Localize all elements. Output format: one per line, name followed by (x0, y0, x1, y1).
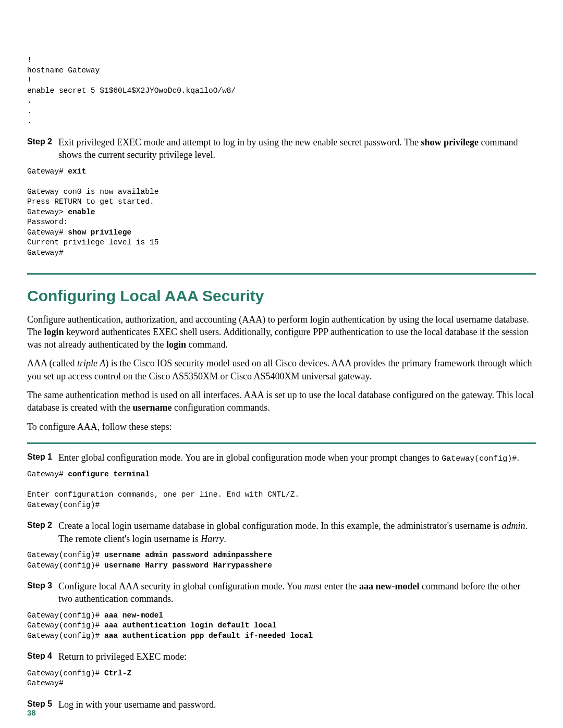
text: Exit privileged EXEC mode and attempt to… (58, 137, 421, 147)
code-prompt: Gateway# (27, 228, 68, 237)
code-command: show privilege (68, 228, 131, 237)
code-block-b3: Gateway(config)# aaa new-model Gateway(c… (27, 611, 536, 641)
code-prompt: Gateway> (27, 208, 68, 216)
steps-rule (27, 442, 536, 444)
text: . (224, 534, 226, 544)
step-label: Step 2 (27, 520, 58, 545)
text: keyword authenticates EXEC shell users. … (27, 327, 529, 350)
code-line: Gateway con0 is now available (27, 188, 158, 196)
code-command: aaa authentication ppp default if-needed… (104, 632, 313, 640)
text: The same authentication method is used o… (27, 390, 534, 413)
code-command: aaa authentication login default local (104, 621, 277, 630)
code-block-a2: Gateway# exit Gateway con0 is now availa… (27, 167, 536, 258)
code-line: Gateway# (27, 679, 64, 687)
step-body: Create a local login username database i… (58, 520, 536, 545)
code-command: exit (68, 167, 86, 176)
italic-text: admin (501, 521, 525, 531)
code-command: username Harry password Harrypasshere (104, 561, 272, 570)
text: Configure local AAA security in global c… (58, 581, 304, 591)
step-label: Step 4 (27, 650, 58, 663)
step-b4: Step 4 Return to privileged EXEC mode: (27, 650, 536, 663)
code-prompt: Gateway(config)# (27, 611, 104, 620)
code-prompt: Gateway(config)# (27, 632, 104, 640)
text: command. (186, 339, 228, 350)
code-block-b4: Gateway(config)# Ctrl-Z Gateway# (27, 669, 536, 689)
italic-text: Harry (201, 534, 224, 544)
step-body: Configure local AAA security in global c… (58, 580, 536, 606)
section-rule (27, 273, 536, 275)
step-label: Step 1 (27, 451, 58, 464)
text: . (517, 452, 519, 463)
code-prompt: Gateway# (27, 167, 68, 176)
text: Create a local login username database i… (58, 521, 501, 531)
paragraph-1: Configure authentication, authorization,… (27, 313, 536, 351)
code-line: Gateway# (27, 249, 64, 257)
step-b5: Step 5 Log in with your username and pas… (27, 698, 536, 711)
step-body: Enter global configuration mode. You are… (58, 451, 536, 464)
step-b2: Step 2 Create a local login username dat… (27, 520, 536, 545)
code-line: Press RETURN to get started. (27, 198, 154, 206)
code-line: Enter configuration commands, one per li… (27, 490, 299, 499)
step-b1: Step 1 Enter global configuration mode. … (27, 451, 536, 464)
code-line: Gateway(config)# (27, 501, 100, 509)
section-title: Configuring Local AAA Security (27, 287, 536, 305)
bold-text: aaa new-model (359, 581, 420, 591)
step-body: Return to privileged EXEC mode: (58, 650, 536, 663)
code-block-top: ! hostname Gateway ! enable secret 5 $1$… (27, 55, 536, 127)
page: ! hostname Gateway ! enable secret 5 $1$… (0, 0, 563, 728)
bold-text: username (132, 402, 172, 413)
code-prompt: Gateway(config)# (27, 561, 104, 570)
code-block-b1: Gateway# configure terminal Enter config… (27, 470, 536, 510)
code-line: Password: (27, 218, 68, 226)
bold-text: login (166, 339, 186, 350)
step-a2: Step 2 Exit privileged EXEC mode and att… (27, 136, 536, 162)
step-label: Step 2 (27, 136, 58, 162)
italic-text: must (304, 581, 322, 591)
bold-text: show privilege (421, 137, 479, 147)
step-label: Step 3 (27, 580, 58, 606)
code-command: enable (68, 208, 95, 216)
step-b3: Step 3 Configure local AAA security in g… (27, 580, 536, 606)
page-number: 38 (27, 708, 36, 717)
paragraph-3: The same authentication method is used o… (27, 389, 536, 414)
code-block-b2: Gateway(config)# username admin password… (27, 550, 536, 571)
code-command: configure terminal (68, 470, 150, 478)
code-prompt: Gateway# (27, 470, 68, 478)
code-prompt: Gateway(config)# (27, 669, 104, 677)
paragraph-2: AAA (called triple A) is the Cisco IOS s… (27, 357, 536, 382)
code-prompt: Gateway(config)# (27, 621, 104, 630)
code-command: username admin password adminpasshere (104, 551, 272, 559)
code-line: Current privilege level is 15 (27, 238, 158, 246)
code-prompt: Gateway(config)# (27, 551, 104, 559)
inline-code: Gateway(config)# (442, 454, 517, 463)
paragraph-4: To configure AAA, follow these steps: (27, 421, 536, 433)
text: Enter global configuration mode. You are… (58, 452, 442, 463)
code-command: aaa new-model (104, 611, 163, 620)
step-body: Log in with your username and password. (58, 698, 536, 711)
step-body: Exit privileged EXEC mode and attempt to… (58, 136, 536, 162)
code-command: Ctrl-Z (104, 669, 131, 677)
italic-text: triple A (77, 358, 105, 368)
bold-text: login (44, 327, 64, 337)
text: AAA (called (27, 358, 77, 368)
text: configuration commands. (172, 402, 270, 413)
text: enter the (322, 581, 359, 591)
